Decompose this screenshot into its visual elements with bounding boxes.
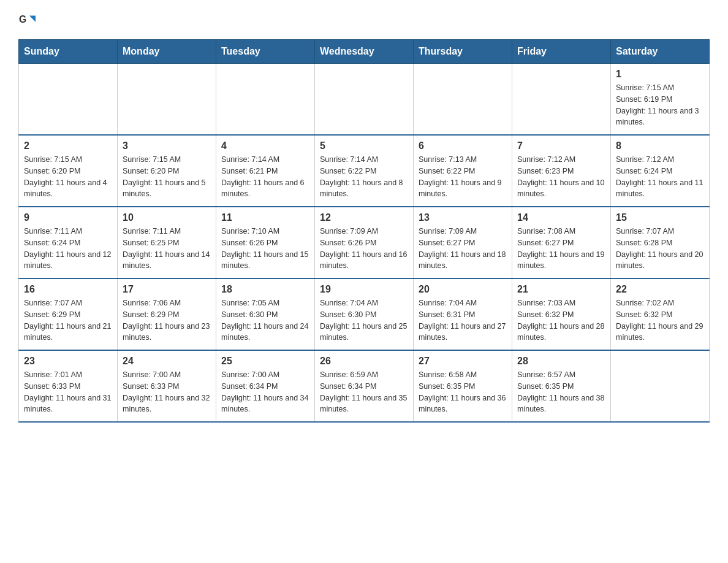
day-info: Sunrise: 7:14 AM Sunset: 6:21 PM Dayligh… — [221, 154, 309, 200]
day-info: Sunrise: 7:06 AM Sunset: 6:29 PM Dayligh… — [123, 297, 211, 343]
day-info: Sunrise: 7:00 AM Sunset: 6:34 PM Dayligh… — [221, 369, 309, 415]
day-info: Sunrise: 7:13 AM Sunset: 6:22 PM Dayligh… — [419, 154, 507, 200]
week-row-3: 9Sunrise: 7:11 AM Sunset: 6:24 PM Daylig… — [19, 207, 710, 278]
column-header-monday: Monday — [118, 40, 216, 64]
day-number: 8 — [616, 140, 704, 151]
day-info: Sunrise: 7:15 AM Sunset: 6:19 PM Dayligh… — [616, 82, 704, 128]
day-number: 23 — [24, 356, 112, 367]
calendar-cell: 21Sunrise: 7:03 AM Sunset: 6:32 PM Dayli… — [512, 278, 611, 350]
calendar-cell: 22Sunrise: 7:02 AM Sunset: 6:32 PM Dayli… — [611, 278, 710, 350]
day-number: 5 — [320, 140, 408, 151]
calendar-cell — [414, 64, 512, 136]
calendar-cell: 3Sunrise: 7:15 AM Sunset: 6:20 PM Daylig… — [118, 135, 216, 207]
calendar-cell: 15Sunrise: 7:07 AM Sunset: 6:28 PM Dayli… — [611, 207, 710, 278]
column-header-wednesday: Wednesday — [315, 40, 414, 64]
day-number: 15 — [616, 212, 704, 223]
calendar-cell — [315, 64, 414, 136]
calendar-table: SundayMondayTuesdayWednesdayThursdayFrid… — [18, 39, 710, 423]
calendar-cell: 24Sunrise: 7:00 AM Sunset: 6:33 PM Dayli… — [118, 350, 216, 422]
calendar-cell: 14Sunrise: 7:08 AM Sunset: 6:27 PM Dayli… — [512, 207, 611, 278]
calendar-cell: 23Sunrise: 7:01 AM Sunset: 6:33 PM Dayli… — [19, 350, 118, 422]
day-number: 9 — [24, 212, 112, 223]
calendar-cell: 9Sunrise: 7:11 AM Sunset: 6:24 PM Daylig… — [19, 207, 118, 278]
logo: G — [18, 12, 39, 29]
day-info: Sunrise: 6:58 AM Sunset: 6:35 PM Dayligh… — [419, 369, 507, 415]
day-info: Sunrise: 6:59 AM Sunset: 6:34 PM Dayligh… — [320, 369, 408, 415]
day-info: Sunrise: 7:15 AM Sunset: 6:20 PM Dayligh… — [123, 154, 211, 200]
calendar-cell: 4Sunrise: 7:14 AM Sunset: 6:21 PM Daylig… — [216, 135, 315, 207]
column-header-thursday: Thursday — [414, 40, 512, 64]
svg-marker-1 — [29, 16, 36, 22]
calendar-cell: 16Sunrise: 7:07 AM Sunset: 6:29 PM Dayli… — [19, 278, 118, 350]
calendar-cell: 13Sunrise: 7:09 AM Sunset: 6:27 PM Dayli… — [414, 207, 512, 278]
calendar-cell — [611, 350, 710, 422]
calendar-cell — [118, 64, 216, 136]
day-info: Sunrise: 7:14 AM Sunset: 6:22 PM Dayligh… — [320, 154, 408, 200]
calendar-cell: 28Sunrise: 6:57 AM Sunset: 6:35 PM Dayli… — [512, 350, 611, 422]
calendar-cell — [512, 64, 611, 136]
column-header-saturday: Saturday — [611, 40, 710, 64]
calendar-cell: 19Sunrise: 7:04 AM Sunset: 6:30 PM Dayli… — [315, 278, 414, 350]
calendar-cell — [19, 64, 118, 136]
day-info: Sunrise: 7:09 AM Sunset: 6:26 PM Dayligh… — [320, 226, 408, 272]
calendar-cell: 2Sunrise: 7:15 AM Sunset: 6:20 PM Daylig… — [19, 135, 118, 207]
day-info: Sunrise: 7:04 AM Sunset: 6:30 PM Dayligh… — [320, 297, 408, 343]
svg-text:G: G — [19, 14, 26, 25]
day-number: 18 — [221, 284, 309, 295]
day-info: Sunrise: 7:02 AM Sunset: 6:32 PM Dayligh… — [616, 297, 704, 343]
day-number: 17 — [123, 284, 211, 295]
day-number: 12 — [320, 212, 408, 223]
calendar-cell: 6Sunrise: 7:13 AM Sunset: 6:22 PM Daylig… — [414, 135, 512, 207]
day-number: 13 — [419, 212, 507, 223]
day-number: 21 — [517, 284, 605, 295]
day-number: 4 — [221, 140, 309, 151]
day-number: 24 — [123, 356, 211, 367]
day-info: Sunrise: 7:07 AM Sunset: 6:29 PM Dayligh… — [24, 297, 112, 343]
day-info: Sunrise: 7:05 AM Sunset: 6:30 PM Dayligh… — [221, 297, 309, 343]
week-row-5: 23Sunrise: 7:01 AM Sunset: 6:33 PM Dayli… — [19, 350, 710, 422]
column-header-tuesday: Tuesday — [216, 40, 315, 64]
day-info: Sunrise: 7:03 AM Sunset: 6:32 PM Dayligh… — [517, 297, 605, 343]
week-row-4: 16Sunrise: 7:07 AM Sunset: 6:29 PM Dayli… — [19, 278, 710, 350]
calendar-cell: 18Sunrise: 7:05 AM Sunset: 6:30 PM Dayli… — [216, 278, 315, 350]
calendar-cell: 25Sunrise: 7:00 AM Sunset: 6:34 PM Dayli… — [216, 350, 315, 422]
calendar-cell: 20Sunrise: 7:04 AM Sunset: 6:31 PM Dayli… — [414, 278, 512, 350]
day-info: Sunrise: 7:10 AM Sunset: 6:26 PM Dayligh… — [221, 226, 309, 272]
page-header: G — [18, 12, 710, 29]
column-header-friday: Friday — [512, 40, 611, 64]
day-info: Sunrise: 7:00 AM Sunset: 6:33 PM Dayligh… — [123, 369, 211, 415]
calendar-cell — [216, 64, 315, 136]
day-number: 1 — [616, 69, 704, 80]
calendar-cell: 26Sunrise: 6:59 AM Sunset: 6:34 PM Dayli… — [315, 350, 414, 422]
day-number: 2 — [24, 140, 112, 151]
week-row-2: 2Sunrise: 7:15 AM Sunset: 6:20 PM Daylig… — [19, 135, 710, 207]
day-number: 20 — [419, 284, 507, 295]
day-info: Sunrise: 7:11 AM Sunset: 6:25 PM Dayligh… — [123, 226, 211, 272]
day-info: Sunrise: 6:57 AM Sunset: 6:35 PM Dayligh… — [517, 369, 605, 415]
calendar-cell: 10Sunrise: 7:11 AM Sunset: 6:25 PM Dayli… — [118, 207, 216, 278]
day-number: 3 — [123, 140, 211, 151]
calendar-cell: 11Sunrise: 7:10 AM Sunset: 6:26 PM Dayli… — [216, 207, 315, 278]
day-number: 10 — [123, 212, 211, 223]
day-number: 28 — [517, 356, 605, 367]
calendar-cell: 7Sunrise: 7:12 AM Sunset: 6:23 PM Daylig… — [512, 135, 611, 207]
calendar-cell: 8Sunrise: 7:12 AM Sunset: 6:24 PM Daylig… — [611, 135, 710, 207]
day-info: Sunrise: 7:11 AM Sunset: 6:24 PM Dayligh… — [24, 226, 112, 272]
day-number: 26 — [320, 356, 408, 367]
logo-icon: G — [18, 12, 36, 29]
column-header-sunday: Sunday — [19, 40, 118, 64]
week-row-1: 1Sunrise: 7:15 AM Sunset: 6:19 PM Daylig… — [19, 64, 710, 136]
day-number: 7 — [517, 140, 605, 151]
day-info: Sunrise: 7:12 AM Sunset: 6:23 PM Dayligh… — [517, 154, 605, 200]
calendar-cell: 1Sunrise: 7:15 AM Sunset: 6:19 PM Daylig… — [611, 64, 710, 136]
day-info: Sunrise: 7:08 AM Sunset: 6:27 PM Dayligh… — [517, 226, 605, 272]
day-info: Sunrise: 7:15 AM Sunset: 6:20 PM Dayligh… — [24, 154, 112, 200]
day-number: 22 — [616, 284, 704, 295]
calendar-cell: 12Sunrise: 7:09 AM Sunset: 6:26 PM Dayli… — [315, 207, 414, 278]
calendar-cell: 17Sunrise: 7:06 AM Sunset: 6:29 PM Dayli… — [118, 278, 216, 350]
day-number: 6 — [419, 140, 507, 151]
day-info: Sunrise: 7:09 AM Sunset: 6:27 PM Dayligh… — [419, 226, 507, 272]
day-number: 19 — [320, 284, 408, 295]
calendar-cell: 5Sunrise: 7:14 AM Sunset: 6:22 PM Daylig… — [315, 135, 414, 207]
day-number: 14 — [517, 212, 605, 223]
